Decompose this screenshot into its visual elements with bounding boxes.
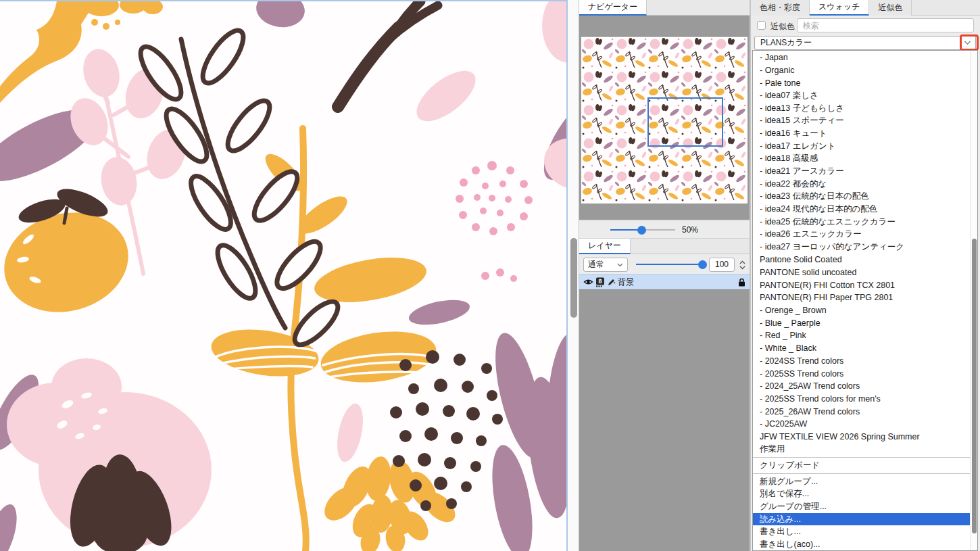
- layers-tabbar: レイヤー: [579, 239, 750, 254]
- zoom-percentage-label: 50%: [682, 225, 698, 235]
- palette-menu-item[interactable]: - Blue _ Paerple: [753, 316, 970, 329]
- palette-menu-item[interactable]: PANTONE(R) FHI Cotton TCX 2801: [753, 279, 970, 291]
- palette-menu: - Japan- Organic- Pale tone- idea07 楽しさ-…: [753, 51, 970, 551]
- navigator-tabbar: ナビゲーター: [579, 0, 750, 16]
- palette-menu-item[interactable]: 書き出し...: [753, 525, 970, 538]
- palette-dropdown-chevron-icon[interactable]: [964, 41, 971, 45]
- palette-menu-item[interactable]: - idea23 伝統的な日本の配色: [753, 191, 970, 203]
- pink-dot-cluster: [456, 161, 533, 282]
- swatch-column: 色相・彩度 スウォッチ 近似色 近似色 PLANSカラー - Japan- Or…: [750, 0, 980, 551]
- palette-menu-item[interactable]: PANTONE(R) FHI Paper TPG 2801: [753, 291, 970, 304]
- palette-menu-item[interactable]: 書き出し(aco)...: [753, 538, 970, 551]
- opacity-slider-fill: [636, 264, 702, 265]
- palette-menu-item[interactable]: - 2024_25AW Trend colors: [753, 380, 970, 393]
- palette-menu-item[interactable]: JFW TEXTILE VIEW 2026 Spring Summer: [753, 431, 970, 444]
- opacity-stepper[interactable]: [737, 258, 747, 272]
- navigator-view-rectangle[interactable]: [647, 97, 723, 147]
- tab-hue-saturation[interactable]: 色相・彩度: [751, 0, 810, 16]
- palette-menu-item[interactable]: - Japan: [753, 51, 970, 64]
- palette-menu-item[interactable]: 読み込み...: [753, 513, 977, 526]
- palette-menu-item[interactable]: - idea27 ヨーロッパ的なアンティーク: [753, 241, 970, 254]
- menu-scrollbar-thumb[interactable]: [972, 239, 977, 533]
- palette-menu-item[interactable]: クリップボード: [753, 459, 970, 472]
- chevron-down-icon: [617, 263, 623, 267]
- palette-menu-item[interactable]: - Pale tone: [753, 76, 970, 89]
- opacity-slider-thumb[interactable]: [698, 260, 707, 269]
- blend-mode-value: 通常: [588, 259, 604, 270]
- palette-menu-item[interactable]: - Organic: [753, 64, 970, 77]
- palette-menu-item[interactable]: - idea21 アースカラー: [753, 165, 970, 178]
- tab-navigator[interactable]: ナビゲーター: [579, 0, 647, 16]
- zoom-slider-thumb[interactable]: [637, 226, 646, 235]
- palette-menu-item[interactable]: - idea25 伝統的なエスニックカラー: [753, 216, 970, 229]
- palette-menu-item[interactable]: - Orenge _ Brown: [753, 304, 970, 317]
- palette-menu-item[interactable]: 作業用: [753, 443, 970, 456]
- palette-menu-item[interactable]: - 2024SS Trend colors: [753, 355, 970, 368]
- blend-mode-dropdown[interactable]: 通常: [583, 258, 628, 272]
- layer-row-background[interactable]: 8 背景: [579, 274, 750, 289]
- tab-similar-colors[interactable]: 近似色: [869, 0, 912, 16]
- layer-lock-icon[interactable]: [738, 278, 745, 287]
- palette-menu-item[interactable]: - idea24 現代的な日本的の配色: [753, 203, 970, 216]
- layer-edit-pencil-icon: [607, 278, 616, 287]
- palette-menu-item[interactable]: PANTONE solid uncoated: [753, 266, 970, 279]
- swatch-filter-row: 近似色: [751, 16, 980, 35]
- palette-menu-item[interactable]: - idea22 都会的な: [753, 178, 970, 191]
- palette-menu-item[interactable]: - idea18 高級感: [753, 153, 970, 166]
- navigator-zoom-row: 50%: [579, 220, 750, 239]
- palette-menu-item[interactable]: - idea26 エスニックカラー: [753, 229, 970, 241]
- tab-swatches[interactable]: スウォッチ: [810, 0, 869, 16]
- palette-menu-item[interactable]: Pantone Solid Coated: [753, 254, 970, 266]
- palette-dropdown-menu: - Japan- Organic- Pale tone- idea07 楽しさ-…: [752, 50, 978, 551]
- layer-controls-row: 通常 100: [579, 255, 750, 274]
- palette-menu-item[interactable]: - Red _ Pink: [753, 329, 970, 342]
- palette-menu-item[interactable]: - 2025SS Trend colors: [753, 367, 970, 380]
- tab-layers[interactable]: レイヤー: [579, 239, 631, 254]
- similar-color-label: 近似色: [770, 21, 795, 32]
- canvas-scrollbar-thumb[interactable]: [570, 238, 577, 318]
- layer-name: 背景: [618, 277, 736, 288]
- similar-color-checkbox[interactable]: [757, 21, 766, 30]
- canvas-illustration: [0, 1, 566, 551]
- palette-menu-item[interactable]: - idea13 子どもらしさ: [753, 102, 970, 115]
- layer-visibility-eye-icon[interactable]: [583, 278, 593, 286]
- opacity-value-field[interactable]: 100: [709, 258, 735, 272]
- palette-group-value: PLANSカラー: [760, 37, 812, 49]
- layer-list-empty-area: [579, 289, 750, 551]
- palette-menu-item[interactable]: - idea07 楽しさ: [753, 89, 970, 102]
- palette-menu-item[interactable]: - White _ Black: [753, 342, 970, 355]
- palette-group-dropdown[interactable]: PLANSカラー: [754, 36, 976, 50]
- palette-menu-item[interactable]: - JC2025AW: [753, 418, 970, 431]
- layer-8bit-thumbnail-icon: 8: [595, 277, 605, 287]
- swatch-tabbar: 色相・彩度 スウォッチ 近似色: [751, 0, 980, 16]
- palette-menu-item[interactable]: 新規グループ...: [753, 475, 970, 488]
- palette-menu-item[interactable]: 別名で保存...: [753, 487, 970, 500]
- navigator-thumbnail[interactable]: [581, 36, 748, 203]
- navigator-layers-column: ナビゲーター: [579, 0, 750, 551]
- palette-menu-item[interactable]: - idea16 キュート: [753, 127, 970, 140]
- svg-text:8: 8: [598, 278, 602, 285]
- document-canvas[interactable]: [0, 0, 566, 551]
- menu-scrollbar[interactable]: [970, 51, 977, 550]
- palette-menu-item[interactable]: - 2025_26AW Trend colors: [753, 405, 970, 418]
- palette-menu-item[interactable]: - idea17 エレガント: [753, 140, 970, 153]
- swatch-search-input[interactable]: [797, 18, 974, 32]
- navigator-panel: [579, 16, 750, 220]
- zoom-slider-track[interactable]: [641, 229, 675, 231]
- canvas-vertical-scrollbar[interactable]: [566, 0, 579, 551]
- palette-menu-item[interactable]: グループの管理...: [753, 500, 970, 513]
- palette-menu-item[interactable]: - 2025SS Trend colors for men's: [753, 393, 970, 406]
- stepper-up-icon: [739, 260, 745, 264]
- stepper-down-icon: [739, 266, 745, 270]
- palette-menu-item[interactable]: - idea15 スポーティー: [753, 114, 970, 127]
